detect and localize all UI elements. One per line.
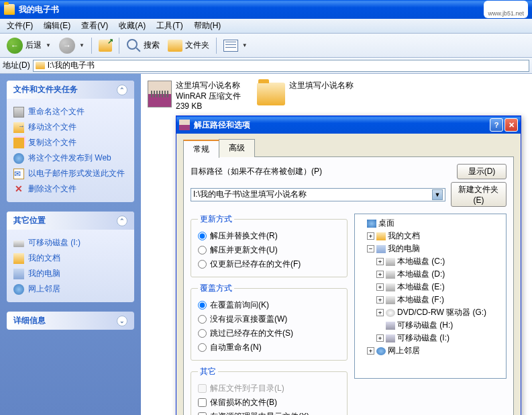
- expand-icon: ⌄: [117, 316, 127, 326]
- drive-icon: [386, 283, 395, 291]
- tree-drive-f[interactable]: +本地磁盘 (F:): [358, 293, 503, 306]
- views-icon: [223, 40, 238, 52]
- tab-advanced[interactable]: 高级: [219, 139, 255, 157]
- file-folder[interactable]: 这里填写小说名称: [257, 81, 354, 105]
- documents-icon: [13, 253, 24, 264]
- help-button[interactable]: ?: [490, 118, 503, 132]
- task-email[interactable]: 以电子邮件形式发送此文件: [13, 166, 127, 181]
- drive-icon: [386, 258, 395, 266]
- tree-desktop[interactable]: 桌面: [358, 217, 503, 230]
- menu-tools[interactable]: 工具(T): [151, 18, 188, 34]
- details-header[interactable]: 详细信息 ⌄: [7, 312, 134, 330]
- tabs: 常规 高级: [183, 139, 514, 157]
- details-panel: 详细信息 ⌄: [7, 312, 134, 330]
- misc-keep-broken[interactable]: 保留损坏的文件(B): [198, 396, 340, 410]
- up-folder-icon: [99, 40, 112, 52]
- rename-icon: [13, 107, 24, 118]
- new-folder-button[interactable]: 新建文件夹(E): [451, 182, 507, 207]
- dialog-title: 解压路径和选项: [194, 120, 486, 131]
- tree-drive-d[interactable]: +本地磁盘 (D:): [358, 268, 503, 281]
- forward-button[interactable]: → ▼: [56, 36, 87, 55]
- drive-icon: [386, 271, 395, 279]
- removable-drive-icon: [386, 322, 395, 330]
- file-rar[interactable]: 这里填写小说名称 WinRAR 压缩文件 239 KB: [148, 81, 241, 112]
- cd-icon: [386, 309, 395, 317]
- menu-favorites[interactable]: 收藏(A): [113, 18, 151, 34]
- folders-label: 文件夹: [185, 40, 209, 51]
- extract-dialog: 解压路径和选项 ? ✕ 常规 高级 目标路径（如果不存在将被创建）(P) 显示(…: [176, 116, 521, 415]
- tree-removable-i[interactable]: +可移动磁盘 (I:): [358, 332, 503, 344]
- menu-view[interactable]: 查看(V): [76, 18, 113, 34]
- menu-edit[interactable]: 编辑(E): [38, 18, 76, 34]
- logo-name: 脚本之家: [488, 1, 524, 10]
- overwrite-noprompt[interactable]: 没有提示直接覆盖(W): [198, 312, 340, 326]
- copy-icon: [13, 138, 24, 148]
- overwrite-skip[interactable]: 跳过已经存在的文件(S): [198, 326, 340, 340]
- back-button[interactable]: ← 后退 ▼: [4, 36, 54, 55]
- tasks-header[interactable]: 文件和文件夹任务 ⌃: [7, 81, 134, 99]
- task-delete[interactable]: ✕删除这个文件: [13, 181, 127, 197]
- address-label: 地址(D): [3, 60, 30, 71]
- update-update[interactable]: 解压并更新文件(U): [198, 243, 340, 257]
- address-bar: 地址(D) I:\我的电子书: [0, 58, 532, 74]
- path-value: I:\我的电子书\这里填写小说名称: [193, 189, 307, 200]
- folder-tree[interactable]: 桌面 +我的文档 −我的电脑 +本地磁盘 (C:) +本地磁盘 (D:) +本地…: [354, 214, 507, 379]
- places-header[interactable]: 其它位置 ⌃: [7, 212, 134, 230]
- folder-icon: [257, 83, 285, 105]
- network-icon: [13, 284, 24, 295]
- show-button[interactable]: 显示(D): [457, 164, 507, 179]
- site-logo: 脚本之家 www.jb51.net: [484, 1, 528, 17]
- search-icon: [126, 38, 141, 53]
- update-mode-group: 更新方式 解压并替换文件(R) 解压并更新文件(U) 仅更新已经存在的文件(F): [191, 214, 348, 277]
- address-input[interactable]: I:\我的电子书: [33, 60, 529, 72]
- tree-mydocs[interactable]: +我的文档: [358, 230, 503, 242]
- close-button[interactable]: ✕: [504, 118, 518, 132]
- chevron-down-icon: ▼: [242, 42, 248, 48]
- overwrite-rename[interactable]: 自动重命名(N): [198, 340, 340, 355]
- up-button[interactable]: [96, 38, 115, 53]
- place-network[interactable]: 网上邻居: [13, 281, 127, 297]
- path-combo[interactable]: I:\我的电子书\这里填写小说名称 ▼: [191, 188, 445, 201]
- tree-mycomp[interactable]: −我的电脑: [358, 242, 503, 255]
- tree-removable-h[interactable]: 可移动磁盘 (H:): [358, 319, 503, 332]
- tree-dvd[interactable]: +DVD/CD-RW 驱动器 (G:): [358, 306, 503, 319]
- update-existing[interactable]: 仅更新已经存在的文件(F): [198, 257, 340, 271]
- tree-drive-c[interactable]: +本地磁盘 (C:): [358, 255, 503, 268]
- file-size: 239 KB: [176, 101, 241, 112]
- task-rename[interactable]: 重命名这个文件: [13, 104, 127, 120]
- task-publish-web[interactable]: 将这个文件发布到 Web: [13, 150, 127, 166]
- task-move[interactable]: 移动这个文件: [13, 120, 127, 135]
- tree-network[interactable]: +网上邻居: [358, 344, 503, 357]
- update-replace[interactable]: 解压并替换文件(R): [198, 229, 340, 243]
- overwrite-ask[interactable]: 在覆盖前询问(K): [198, 298, 340, 312]
- misc-legend: 其它: [198, 366, 218, 377]
- chevron-down-icon: ▼: [79, 42, 85, 48]
- folder-icon: [4, 4, 15, 15]
- rar-icon: [179, 120, 190, 130]
- places-title: 其它位置: [13, 215, 46, 226]
- collapse-icon: ⌃: [117, 85, 127, 95]
- search-label: 搜索: [144, 40, 160, 51]
- path-label: 目标路径（如果不存在将被创建）(P): [191, 166, 451, 177]
- logo-url: www.jb51.net: [488, 11, 524, 17]
- misc-subdir[interactable]: 解压文件到子目录(L): [198, 381, 340, 396]
- tree-drive-e[interactable]: +本地磁盘 (E:): [358, 281, 503, 293]
- side-pane: 文件和文件夹任务 ⌃ 重命名这个文件 移动这个文件 复制这个文件 将这个文件发布…: [0, 74, 141, 415]
- task-copy[interactable]: 复制这个文件: [13, 135, 127, 150]
- place-my-documents[interactable]: 我的文档: [13, 250, 127, 266]
- back-icon: ←: [7, 38, 23, 54]
- drive-icon: [13, 240, 24, 247]
- misc-group: 其它 解压文件到子目录(L) 保留损坏的文件(B) 在资源管理器中显示文件(X): [191, 366, 348, 415]
- place-removable-drive[interactable]: 可移动磁盘 (I:): [13, 235, 127, 250]
- file-name: 这里填写小说名称: [176, 81, 241, 91]
- folders-button[interactable]: 文件夹: [165, 38, 212, 53]
- views-button[interactable]: ▼: [221, 38, 250, 53]
- network-icon: [376, 347, 386, 355]
- misc-show-explorer[interactable]: 在资源管理器中显示文件(X): [198, 410, 340, 415]
- menu-help[interactable]: 帮助(H): [189, 18, 227, 34]
- place-my-computer[interactable]: 我的电脑: [13, 266, 127, 281]
- search-button[interactable]: 搜索: [123, 37, 162, 54]
- web-icon: [13, 153, 24, 164]
- menu-file[interactable]: 文件(F): [1, 18, 38, 34]
- tab-general[interactable]: 常规: [183, 140, 219, 158]
